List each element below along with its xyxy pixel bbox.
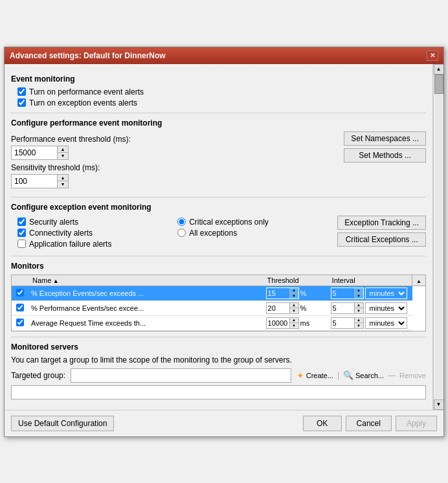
monitor-interval-up-0[interactable]: ▲	[355, 288, 363, 293]
search-label: Search...	[355, 372, 384, 379]
all-exceptions-label: All exceptions	[189, 229, 237, 238]
monitor-interval-input-2[interactable]	[331, 318, 354, 328]
monitor-threshold-down-0[interactable]: ▼	[290, 293, 298, 298]
monitor-interval-unit-0[interactable]: minutes	[365, 287, 407, 299]
security-alerts-checkbox[interactable]	[17, 218, 26, 226]
group-actions: ✦ Create... | 🔍 Search... — Remove	[297, 370, 426, 381]
monitor-name-1: % Performance Events/sec excee...	[28, 300, 263, 315]
monitor-threshold-1: ▲ ▼ %	[263, 300, 328, 315]
exception-tracking-button[interactable]: Exception Tracking ...	[337, 216, 426, 230]
set-methods-button[interactable]: Set Methods ...	[344, 148, 426, 163]
sensitivity-field: Sensitivity threshold (ms): ▲ ▼	[11, 163, 337, 188]
monitor-threshold-spinbox-1: ▲ ▼	[266, 302, 299, 314]
monitor-interval-input-1[interactable]	[331, 303, 354, 313]
monitor-checkbox-0[interactable]	[16, 289, 24, 297]
critical-only-label: Critical exceptions only	[189, 218, 269, 227]
monitor-threshold-0: ▲ ▼ %	[263, 286, 328, 300]
sensitivity-spin-down[interactable]: ▼	[58, 181, 68, 188]
connectivity-alerts-label: Connectivity alerts	[29, 229, 93, 238]
connectivity-alerts-checkbox[interactable]	[17, 229, 26, 237]
monitor-name-2: Average Request Time exceeds th...	[28, 315, 263, 330]
scroll-up-arrow[interactable]: ▲	[434, 64, 444, 74]
apply-button[interactable]: Apply	[396, 416, 437, 431]
critical-exceptions-button[interactable]: Critical Exceptions ...	[337, 232, 426, 247]
monitor-threshold-2: ▲ ▼ ms	[263, 315, 328, 330]
sensitivity-input[interactable]	[12, 175, 57, 188]
monitor-interval-up-2[interactable]: ▲	[355, 318, 363, 323]
monitor-interval-arrows-2: ▲ ▼	[354, 318, 363, 328]
create-group-button[interactable]: ✦ Create...	[297, 370, 333, 381]
bottom-bar: Use Default Configuration OK Cancel Appl…	[5, 410, 443, 436]
monitor-interval-spinbox-0: ▲ ▼	[331, 287, 364, 299]
exception-alerts-label: Turn on exception events alerts	[29, 98, 137, 107]
monitor-name-0: % Exception Events/sec exceeds ...	[28, 286, 263, 300]
perf-spin-up[interactable]: ▲	[58, 146, 68, 153]
configure-perf-title: Configure performance event monitoring	[11, 118, 426, 128]
targeted-group-input[interactable]	[71, 368, 291, 383]
monitor-check-2[interactable]	[12, 315, 28, 330]
security-alerts-row: Security alerts	[17, 218, 171, 227]
targeted-group-label: Targeted group:	[11, 371, 65, 380]
exception-buttons: Exception Tracking ... Critical Exceptio…	[337, 216, 426, 247]
separator-v2: —	[388, 371, 396, 380]
monitor-threshold-up-2[interactable]: ▲	[290, 318, 298, 323]
monitor-interval-down-1[interactable]: ▼	[355, 308, 363, 313]
use-default-button[interactable]: Use Default Configuration	[11, 416, 114, 431]
monitor-interval-unit-2[interactable]: minutes	[365, 317, 407, 329]
exception-alerts-row: Turn on exception events alerts	[17, 98, 426, 107]
remove-group-button[interactable]: Remove	[399, 372, 426, 379]
remove-label: Remove	[399, 372, 426, 379]
scrollbar-thumb[interactable]	[434, 74, 443, 94]
monitor-row-2: Average Request Time exceeds th... ▲ ▼	[12, 315, 425, 330]
monitor-interval-up-1[interactable]: ▲	[355, 303, 363, 308]
monitor-threshold-down-1[interactable]: ▼	[290, 308, 298, 313]
exception-alerts-checkbox[interactable]	[17, 98, 26, 107]
th-check	[12, 275, 28, 286]
search-group-button[interactable]: 🔍 Search...	[343, 370, 384, 380]
th-name[interactable]: Name	[28, 275, 263, 286]
sensitivity-spin-up[interactable]: ▲	[58, 175, 68, 181]
perf-threshold-field: Performance event threshold (ms): ▲ ▼	[11, 135, 337, 160]
th-scroll-up[interactable]: ▲	[412, 275, 425, 286]
monitor-interval-unit-1[interactable]: minutes	[365, 302, 407, 314]
monitor-threshold-input-1[interactable]	[267, 303, 289, 313]
perf-buttons: Set Namespaces ... Set Methods ...	[337, 131, 426, 163]
set-namespaces-button[interactable]: Set Namespaces ...	[344, 131, 426, 146]
monitor-interval-down-0[interactable]: ▼	[355, 293, 363, 298]
create-icon: ✦	[297, 370, 304, 381]
monitor-interval-input-0[interactable]	[331, 288, 354, 298]
close-button[interactable]: ✕	[427, 51, 438, 61]
th-threshold[interactable]: Threshold	[263, 275, 328, 286]
monitor-threshold-input-0[interactable]	[267, 288, 289, 298]
configure-exception-title: Configure exception event monitoring	[11, 203, 426, 212]
perf-threshold-input[interactable]	[12, 146, 57, 159]
perf-fields: Performance event threshold (ms): ▲ ▼	[11, 131, 337, 192]
monitor-threshold-unit-1: %	[300, 304, 307, 312]
perf-alerts-checkbox[interactable]	[17, 87, 26, 96]
monitor-threshold-input-2[interactable]	[267, 318, 289, 328]
ok-button[interactable]: OK	[303, 416, 342, 431]
all-exceptions-radio[interactable]	[177, 229, 186, 237]
monitor-interval-1: ▲ ▼ minutes	[328, 300, 412, 315]
monitor-checkbox-2[interactable]	[16, 319, 24, 326]
monitor-threshold-arrows-2: ▲ ▼	[289, 318, 298, 328]
monitor-interval-spinbox-2: ▲ ▼	[331, 317, 364, 329]
monitor-check-0[interactable]	[12, 286, 28, 300]
monitor-check-1[interactable]	[12, 300, 28, 315]
app-failure-checkbox[interactable]	[17, 240, 26, 248]
monitored-servers-desc: You can target a group to limit the scop…	[11, 355, 426, 365]
monitor-threshold-up-0[interactable]: ▲	[290, 288, 298, 293]
perf-spin-down[interactable]: ▼	[58, 153, 68, 159]
scroll-down-arrow[interactable]: ▼	[434, 399, 444, 410]
monitor-threshold-up-1[interactable]: ▲	[290, 303, 298, 308]
cancel-button[interactable]: Cancel	[346, 416, 392, 431]
perf-alerts-row: Turn on performance event alerts	[17, 87, 426, 96]
th-interval[interactable]: Interval	[328, 275, 412, 286]
monitor-threshold-unit-0: %	[300, 289, 307, 297]
monitor-threshold-down-2[interactable]: ▼	[290, 323, 298, 328]
monitor-checkbox-1[interactable]	[16, 304, 24, 311]
perf-config-area: Performance event threshold (ms): ▲ ▼	[11, 131, 426, 192]
critical-only-radio[interactable]	[177, 218, 186, 226]
monitors-table: Name Threshold Interval ▲ % Exceptio	[12, 275, 425, 331]
monitor-interval-down-2[interactable]: ▼	[355, 323, 363, 328]
